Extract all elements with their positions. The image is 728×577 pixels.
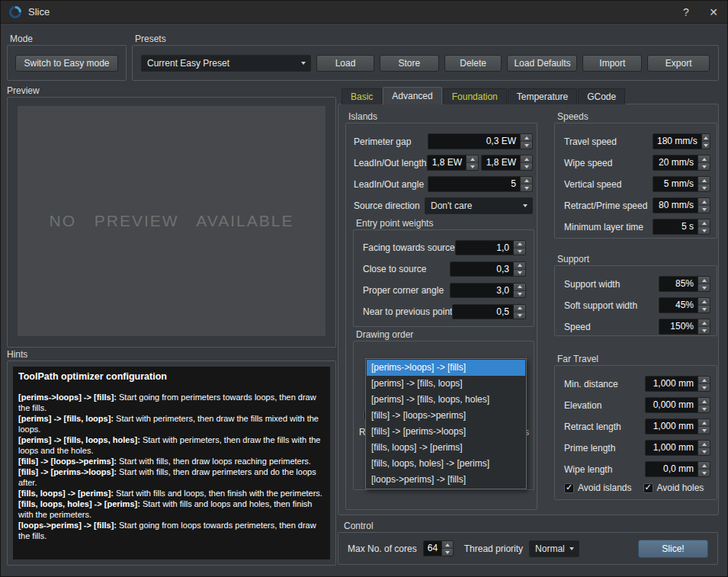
popup-item[interactable]: [fills] -> [perims->loops] bbox=[367, 424, 525, 440]
spin-buttons[interactable] bbox=[698, 419, 710, 434]
minimum-layer-time-input[interactable]: 5 s bbox=[653, 219, 710, 235]
vertical-speed-input[interactable]: 5 mm/s bbox=[653, 176, 710, 192]
spin-buttons[interactable] bbox=[698, 441, 710, 455]
hint-term: [fills] -> [loops->perims]: bbox=[18, 457, 117, 466]
title-bar[interactable]: Slice ? ✕ bbox=[1, 1, 727, 24]
spin-buttons[interactable] bbox=[513, 284, 525, 297]
popup-item[interactable]: [fills, loops, holes] -> [perims] bbox=[367, 456, 525, 472]
spin-down-icon bbox=[521, 163, 532, 170]
retract-prime-speed-input[interactable]: 80 mm/s bbox=[653, 197, 710, 213]
spin-buttons[interactable] bbox=[520, 155, 532, 170]
wipe-length-input[interactable]: 0,0 mm bbox=[645, 461, 710, 477]
close-button[interactable]: ✕ bbox=[700, 1, 727, 24]
min-distance-input[interactable]: 1,000 mm bbox=[645, 376, 710, 392]
popup-item[interactable]: [loops->perims] -> [fills] bbox=[367, 472, 525, 488]
spin-buttons[interactable] bbox=[698, 298, 710, 313]
spin-buttons[interactable] bbox=[698, 220, 710, 234]
support-speed-input[interactable]: 150% bbox=[659, 319, 710, 335]
spin-up-icon bbox=[467, 155, 478, 163]
spin-down-icon bbox=[698, 306, 710, 313]
popup-item[interactable]: [fills, loops] -> [perims] bbox=[367, 440, 525, 456]
popup-item[interactable]: [perims->loops] -> [fills] bbox=[367, 360, 525, 376]
spin-buttons[interactable] bbox=[698, 155, 710, 170]
minimum-layer-time-row: Minimum layer time 5 s bbox=[564, 219, 710, 235]
prime-length-input[interactable]: 1,000 mm bbox=[645, 440, 710, 456]
field-value: 0,5 bbox=[453, 305, 513, 319]
speeds-group-title: Speeds bbox=[557, 112, 717, 123]
spin-buttons[interactable] bbox=[698, 398, 710, 412]
soft-support-width-input[interactable]: 45% bbox=[659, 297, 710, 313]
proper-corner-angle-input[interactable]: 3,0 bbox=[450, 283, 526, 298]
spin-buttons[interactable] bbox=[698, 377, 710, 391]
perimeter-gap-input[interactable]: 0,3 EW bbox=[428, 133, 533, 149]
spin-buttons[interactable] bbox=[698, 277, 710, 291]
spin-buttons[interactable] bbox=[698, 319, 710, 334]
spin-buttons[interactable] bbox=[466, 155, 478, 170]
spin-buttons[interactable] bbox=[701, 134, 710, 149]
spin-buttons[interactable] bbox=[441, 541, 453, 556]
retract-length-label: Retract length bbox=[564, 422, 645, 432]
spin-up-icon bbox=[698, 462, 710, 470]
perimeter-gap-row: Perimeter gap 0,3 EW bbox=[354, 133, 533, 149]
islands-group-title: Islands bbox=[348, 112, 537, 123]
avoid-islands-checkbox[interactable] bbox=[564, 483, 574, 493]
spin-buttons[interactable] bbox=[698, 198, 710, 213]
thread-priority-combobox[interactable]: Normal bbox=[529, 540, 579, 557]
far-travel-group: Far Travel Min. distance 1,000 mm Elevat… bbox=[554, 354, 717, 500]
retract-length-input[interactable]: 1,000 mm bbox=[645, 418, 710, 434]
tab-temperature[interactable]: Temperature bbox=[508, 88, 577, 104]
prime-length-label: Prime length bbox=[564, 443, 645, 454]
near-to-previous-point-input[interactable]: 0,5 bbox=[452, 304, 526, 319]
leadinout-length-input-2[interactable]: 1,8 EW bbox=[481, 155, 533, 171]
spin-buttons[interactable] bbox=[520, 177, 532, 191]
load-defaults-button[interactable]: Load Defaults bbox=[507, 55, 577, 72]
preset-combobox[interactable]: Current Easy Preset bbox=[141, 55, 311, 72]
popup-item[interactable]: [fills] -> [loops->perims] bbox=[367, 408, 525, 424]
spin-buttons[interactable] bbox=[520, 134, 532, 149]
close-to-source-input[interactable]: 0,3 bbox=[450, 261, 526, 277]
max-cores-input[interactable]: 64 bbox=[423, 540, 454, 556]
spin-buttons[interactable] bbox=[698, 177, 710, 191]
spin-buttons[interactable] bbox=[513, 305, 525, 319]
export-button[interactable]: Export bbox=[647, 55, 710, 72]
preview-group-title: Preview bbox=[7, 86, 336, 97]
avoid-holes-checkbox[interactable] bbox=[643, 483, 653, 493]
tab-gcode[interactable]: GCode bbox=[578, 88, 625, 104]
leadinout-angle-input[interactable]: 5 bbox=[428, 176, 533, 192]
spin-up-icon bbox=[514, 305, 525, 313]
store-button[interactable]: Store bbox=[380, 55, 439, 72]
source-direction-combobox[interactable]: Don't care bbox=[425, 197, 533, 214]
leadinout-length-input-1[interactable]: 1,8 EW bbox=[427, 155, 479, 171]
retract-prime-speed-row: Retract/Prime speed 80 mm/s bbox=[564, 197, 710, 213]
spin-up-icon bbox=[514, 284, 525, 291]
leadinout-length-row: LeadIn/Out length 1,8 EW 1,8 EW bbox=[354, 155, 533, 171]
tab-foundation[interactable]: Foundation bbox=[443, 88, 507, 104]
hint-term: [perims] -> [fills, loops, holes]: bbox=[18, 435, 140, 444]
elevation-input[interactable]: 0,000 mm bbox=[645, 397, 710, 413]
spin-down-icon bbox=[514, 291, 525, 298]
tab-advanced[interactable]: Advanced bbox=[383, 87, 441, 104]
popup-item[interactable]: [perims] -> [fills, loops] bbox=[367, 376, 525, 392]
popup-item[interactable]: [perims] -> [fills, loops, holes] bbox=[367, 392, 525, 408]
spin-buttons[interactable] bbox=[698, 462, 710, 476]
delete-button[interactable]: Delete bbox=[444, 55, 502, 72]
support-width-input[interactable]: 85% bbox=[659, 276, 710, 292]
control-group-box: Max No. of cores 64 Thread priority Norm… bbox=[338, 532, 718, 565]
spin-buttons[interactable] bbox=[513, 262, 525, 276]
slice-button[interactable]: Slice! bbox=[638, 540, 708, 558]
import-button[interactable]: Import bbox=[582, 55, 642, 72]
far-travel-group-title: Far Travel bbox=[557, 354, 717, 365]
spin-up-icon bbox=[521, 134, 532, 142]
switch-easy-mode-button[interactable]: Switch to Easy mode bbox=[15, 55, 118, 72]
help-button[interactable]: ? bbox=[672, 1, 700, 24]
spin-buttons[interactable] bbox=[513, 241, 525, 255]
wipe-speed-input[interactable]: 20 mm/s bbox=[653, 155, 710, 171]
avoid-islands-label: Avoid islands bbox=[578, 482, 632, 493]
travel-speed-input[interactable]: 180 mm/s bbox=[653, 133, 710, 149]
facing-towards-source-input[interactable]: 1,0 bbox=[455, 240, 526, 255]
control-group-title: Control bbox=[344, 521, 718, 532]
load-button[interactable]: Load bbox=[316, 55, 374, 72]
field-value: 5 s bbox=[653, 220, 698, 234]
thread-priority-label: Thread priority bbox=[464, 543, 523, 554]
tab-basic[interactable]: Basic bbox=[342, 88, 382, 104]
